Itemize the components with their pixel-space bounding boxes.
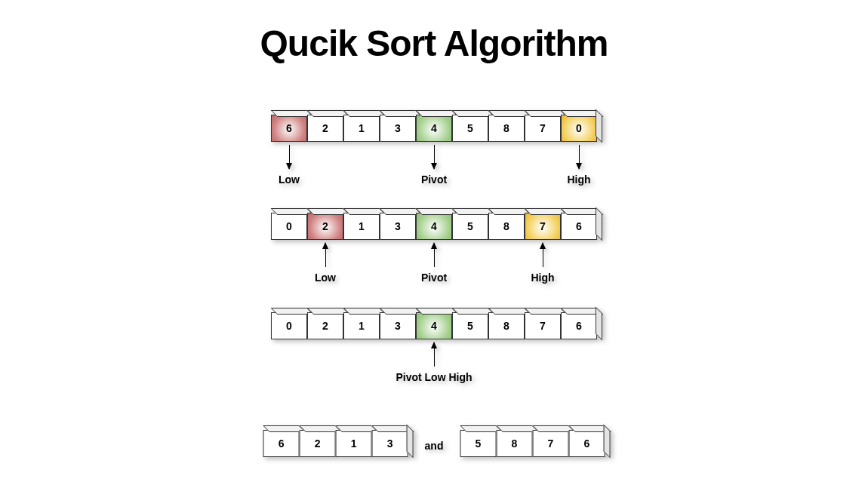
- array-cell: 3: [380, 213, 416, 240]
- array-cell: 4: [416, 213, 452, 240]
- arrow-down-icon: [289, 145, 290, 169]
- array-cell: 8: [488, 213, 525, 240]
- array-cell: 1: [336, 430, 372, 457]
- arrow-up-icon: [434, 243, 435, 267]
- array-cell: 8: [488, 115, 525, 142]
- array-cell: 4: [416, 115, 452, 142]
- array-cell: 6: [271, 115, 307, 142]
- array-cell: 2: [307, 115, 343, 142]
- pointer-label: Pivot: [421, 173, 447, 186]
- array-cell: 7: [525, 312, 561, 339]
- arrow-up-icon: [434, 342, 435, 367]
- array-cell: 4: [416, 312, 452, 339]
- pointer-label: High: [567, 173, 590, 186]
- array-cell: 6: [561, 312, 597, 339]
- pointer-label: Low: [315, 272, 336, 284]
- array-cell: 1: [343, 312, 380, 339]
- array-cell: 0: [271, 213, 307, 240]
- page-title: Qucik Sort Algorithm: [0, 23, 868, 64]
- arrow-down-icon: [579, 145, 580, 169]
- arrow-down-icon: [434, 145, 435, 169]
- array-cell: 0: [561, 115, 597, 142]
- array-row-3: 021345876 Pivot Low High: [271, 312, 597, 339]
- pointer-label: Low: [279, 173, 300, 186]
- array-cell: 3: [372, 430, 408, 457]
- split-left-array: 6213: [263, 430, 408, 457]
- array-cell: 7: [525, 115, 561, 142]
- and-label: and: [425, 440, 444, 452]
- array-cell: 3: [380, 115, 416, 142]
- array-cell: 1: [343, 115, 380, 142]
- arrow-up-icon: [543, 243, 543, 267]
- array-cell: 5: [452, 312, 488, 339]
- array-cell: 2: [300, 430, 336, 457]
- array-cell: 2: [307, 312, 343, 339]
- array-cell: 8: [488, 312, 525, 339]
- array-cell: 7: [525, 213, 561, 240]
- array-row-2: 021345876 LowPivotHigh: [271, 213, 597, 240]
- array-cell: 8: [496, 430, 532, 457]
- array-cell: 5: [452, 213, 488, 240]
- array-cell: 5: [460, 430, 496, 457]
- array-cell: 7: [532, 430, 568, 457]
- array-cell: 6: [263, 430, 300, 457]
- array-cell: 6: [561, 213, 597, 240]
- array-cell: 6: [568, 430, 605, 457]
- pointer-label: High: [531, 272, 554, 284]
- arrow-up-icon: [325, 243, 326, 267]
- array-cell: 0: [271, 312, 307, 339]
- array-cell: 5: [452, 115, 488, 142]
- split-right-array: 5876: [460, 430, 605, 457]
- array-cell: 3: [380, 312, 416, 339]
- array-cell: 2: [307, 213, 343, 240]
- split-row: 6213 and 5876: [263, 430, 605, 457]
- pointer-label: Pivot Low High: [396, 371, 472, 383]
- array-row-1: 621345870 LowPivotHigh: [271, 115, 597, 142]
- array-cell: 1: [343, 213, 380, 240]
- pointer-label: Pivot: [421, 272, 447, 284]
